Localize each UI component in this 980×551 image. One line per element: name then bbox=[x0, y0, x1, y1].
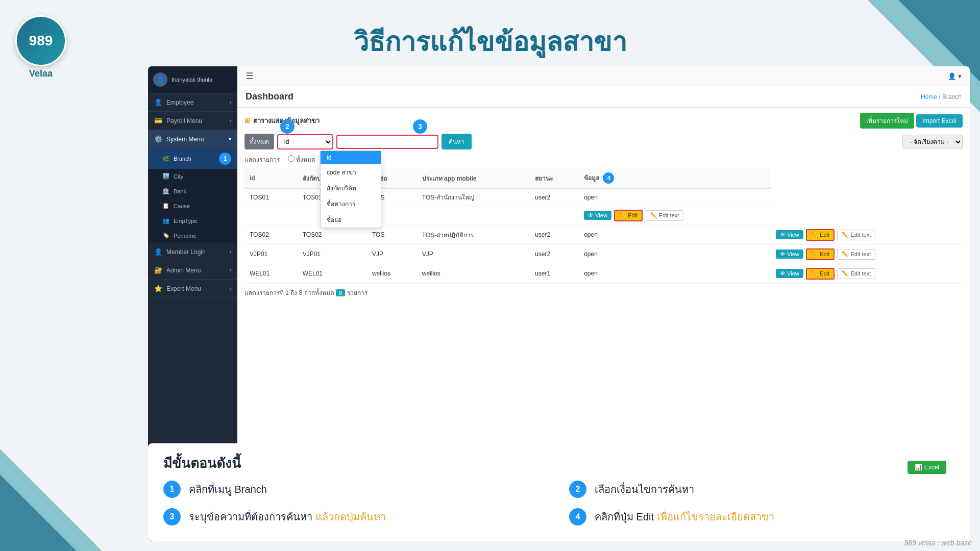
step-num-2: 2 bbox=[569, 481, 586, 498]
sidebar-user: 👤 thanyalak thunla bbox=[148, 66, 237, 93]
edit-text-button[interactable]: ✏️ Edit text bbox=[646, 210, 684, 221]
user-dropdown-icon: ▾ bbox=[958, 72, 962, 80]
sidebar-item-emptype[interactable]: 👥 EmpType bbox=[148, 213, 237, 228]
sidebar-item-city[interactable]: 🏙️ City bbox=[148, 169, 237, 184]
view-button[interactable]: 👁 View bbox=[584, 211, 611, 220]
cell-type: wellios bbox=[417, 264, 530, 283]
cause-icon: 📋 bbox=[162, 203, 169, 209]
steps-title: มีขั้นตอนดังนี้ bbox=[163, 453, 954, 473]
search-button[interactable]: ค้นหา bbox=[442, 134, 472, 149]
sidebar-item-cause[interactable]: 📋 Cause bbox=[148, 198, 237, 213]
search-field-dropdown[interactable]: id code สาขา สังกัดบริษัท ชื่อทางการ ชื่… bbox=[277, 134, 333, 149]
step-3-highlight: แล้วกดปุ่มค้นหา bbox=[315, 511, 386, 522]
sidebar-item-admin[interactable]: 🔐 Admin Menu › bbox=[148, 261, 237, 280]
edit-button[interactable]: ✏️ Edit bbox=[806, 268, 835, 280]
member-icon: 👤 bbox=[154, 248, 162, 256]
search-all-button[interactable]: ทั้งหมด bbox=[244, 134, 274, 149]
cell-id: TOS01 bbox=[244, 188, 298, 206]
step-2-badge: 2 bbox=[280, 119, 295, 134]
step-row-1: 1 คลิกที่เมนู Branch bbox=[163, 481, 549, 498]
breadcrumb-home[interactable]: Home bbox=[921, 93, 937, 101]
col-header-actions: ข้อมูล 4 bbox=[579, 168, 771, 188]
dashboard-title: Dashboard bbox=[246, 91, 293, 102]
expert-icon: ⭐ bbox=[154, 285, 162, 292]
cell-type bbox=[417, 206, 530, 226]
cell-status: open bbox=[579, 264, 771, 283]
dropdown-option-code-branch[interactable]: code สาขา bbox=[321, 164, 381, 180]
edit-button[interactable]: ✏️ Edit bbox=[806, 229, 835, 241]
cell-id: WEL01 bbox=[244, 264, 298, 283]
sidebar-item-branch[interactable]: 🌿 Branch 1 bbox=[148, 148, 237, 169]
branch-icon: 🌿 bbox=[162, 156, 169, 162]
sidebar-item-pername[interactable]: 🏷️ Pername bbox=[148, 228, 237, 243]
user-avatar-icon: 👤 bbox=[948, 72, 956, 80]
dropdown-option-branch-name[interactable]: ชื่อทางการ bbox=[321, 196, 381, 212]
step-text-1: คลิกที่เมนู Branch bbox=[189, 481, 267, 498]
pername-icon: 🏷️ bbox=[162, 232, 169, 239]
edit-text-button[interactable]: ✏️ Edit text bbox=[837, 249, 875, 260]
cell-status: open bbox=[579, 226, 771, 245]
sort-dropdown[interactable]: - จัดเรียงตาม - bbox=[902, 135, 963, 149]
table-header-bar: ⊞ ตารางแสดงข้อมูลสาขา เพิ่มรายการใหม่ Im… bbox=[244, 113, 963, 129]
edit-text-button[interactable]: ✏️ Edit text bbox=[837, 268, 875, 279]
sidebar-label-payroll: Payroll Menu bbox=[166, 117, 202, 124]
step-row-3: 3 ระบุข้อความที่ต้องการค้นหา แล้วกดปุ่มค… bbox=[163, 508, 549, 525]
bank-icon: 🏦 bbox=[162, 188, 169, 194]
cell-company: TOS02 bbox=[298, 226, 367, 245]
sidebar-item-system[interactable]: ⚙️ System Menu ▾ bbox=[148, 130, 237, 148]
cell-id: TOS02 bbox=[244, 226, 298, 245]
cell-short: VJP bbox=[367, 244, 417, 264]
hamburger-icon[interactable]: ☰ bbox=[246, 70, 254, 82]
breadcrumb: Home / Branch bbox=[921, 93, 962, 101]
system-icon: ⚙️ bbox=[154, 135, 162, 143]
sidebar-item-expert[interactable]: ⭐ Expert Menu › bbox=[148, 280, 237, 298]
sidebar-item-member[interactable]: 👤 Member Login › bbox=[148, 243, 237, 261]
sidebar-label-system: System Menu bbox=[166, 136, 204, 143]
sidebar-label-city: City bbox=[174, 173, 183, 180]
page-title: วิธีการแก้ไขข้อมูลสาขา bbox=[354, 20, 627, 63]
view-button[interactable]: 👁 View bbox=[776, 249, 803, 259]
excel-button[interactable]: 📊 Excel bbox=[908, 461, 946, 474]
edit-text-button[interactable]: ✏️ Edit text bbox=[837, 230, 875, 240]
cell-type: TOS-ฝ่ายปฏิบัติการ bbox=[417, 226, 530, 245]
user-menu[interactable]: 👤 ▾ bbox=[948, 72, 962, 80]
edit-button[interactable]: ✏️ Edit bbox=[806, 248, 835, 260]
step-num-4: 4 bbox=[569, 508, 586, 525]
view-button[interactable]: 👁 View bbox=[776, 269, 803, 278]
add-button[interactable]: เพิ่มรายการใหม่ bbox=[860, 113, 914, 129]
view-button[interactable]: 👁 View bbox=[776, 230, 803, 239]
sidebar-label-employee: Employee bbox=[166, 99, 193, 106]
import-excel-button[interactable]: Import Excel bbox=[916, 114, 963, 128]
steps-section: มีขั้นตอนดังนี้ 1 คลิกที่เมนู Branch 2 เ… bbox=[148, 443, 970, 541]
step-text-3: ระบุข้อความที่ต้องการค้นหา แล้วกดปุ่มค้น… bbox=[189, 508, 386, 525]
dropdown-option-id[interactable]: id bbox=[321, 151, 381, 164]
step-4-badge: 4 bbox=[603, 172, 614, 184]
cell-short: wellios bbox=[367, 264, 417, 283]
sidebar-label-member: Member Login bbox=[166, 248, 206, 256]
cell-id bbox=[244, 206, 298, 226]
cell-status: open bbox=[579, 188, 771, 206]
dropdown-option-short-name[interactable]: ชื่อย่อ bbox=[321, 212, 381, 228]
show-all-option[interactable]: ทั้งหมด bbox=[288, 155, 315, 164]
cell-actions: 👁 View ✏️ Edit ✏️ Edit text bbox=[771, 244, 963, 264]
sidebar-label-cause: Cause bbox=[174, 203, 190, 209]
edit-button[interactable]: ✏️ Edit bbox=[614, 210, 643, 221]
cell-company: WEL01 bbox=[298, 264, 367, 283]
table-action-buttons: เพิ่มรายการใหม่ Import Excel bbox=[856, 113, 963, 129]
step-row-4: 4 คลิกที่ปุ่ม Edit เพื่อแก้ไขรายละเอียดส… bbox=[569, 508, 954, 525]
sidebar-item-employee[interactable]: 👤 Employee › bbox=[148, 93, 237, 112]
sidebar-item-payroll[interactable]: 💳 Payroll Menu › bbox=[148, 112, 237, 130]
step-3-badge: 3 bbox=[413, 119, 427, 134]
search-input[interactable] bbox=[336, 135, 438, 149]
sidebar-label-expert: Expert Menu bbox=[166, 285, 201, 292]
dropdown-option-contact-branch[interactable]: สังกัดบริษัท bbox=[321, 180, 381, 196]
col-header-status: สถานะ bbox=[530, 168, 579, 188]
breadcrumb-current: Branch bbox=[942, 93, 962, 101]
dashboard-header: ☰ 👤 ▾ bbox=[237, 66, 970, 86]
table-row: WEL01 WEL01 wellios wellios user1 open 👁… bbox=[244, 264, 963, 283]
display-option-label: แสดงรายการ bbox=[244, 155, 280, 164]
table-row: TOS02 TOS02 TOS TOS-ฝ่ายปฏิบัติการ user2… bbox=[244, 226, 963, 245]
cell-id: VJP01 bbox=[244, 244, 298, 264]
sidebar-item-bank[interactable]: 🏦 Bank bbox=[148, 184, 237, 198]
cell-actions: 👁 View ✏️ Edit ✏️ Edit text bbox=[771, 264, 963, 283]
